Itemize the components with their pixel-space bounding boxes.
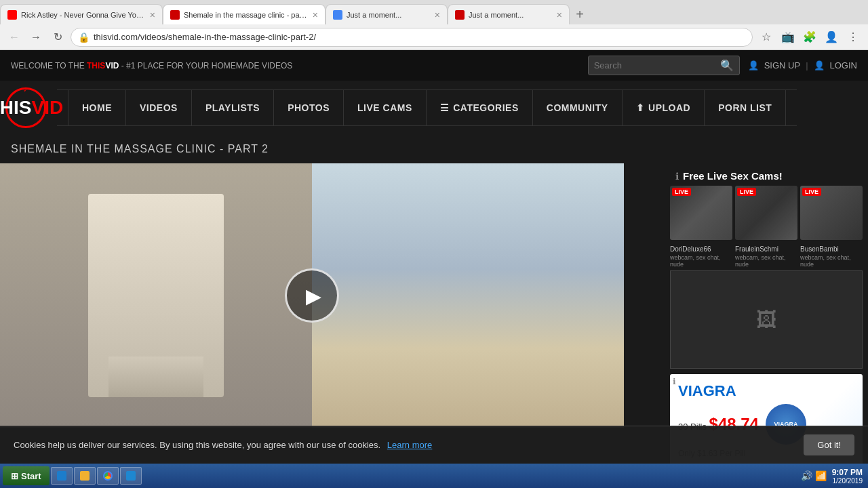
tab-rickastley[interactable]: Rick Astley - Never Gonna Give You... ×: [0, 4, 163, 24]
top-bar: WELCOME TO THE THISVID - #1 PLACE FOR YO…: [0, 50, 868, 81]
broken-image-icon: 🖼: [756, 308, 776, 331]
tab-close-2[interactable]: ×: [313, 9, 318, 20]
cookie-learn-more[interactable]: Learn more: [387, 440, 432, 450]
search-submit-button[interactable]: 🔍: [720, 59, 734, 72]
nav-videos[interactable]: VIDEOS: [126, 90, 192, 125]
start-button[interactable]: ⊞ Start: [3, 466, 50, 485]
live-preview-1[interactable]: LIVE: [670, 186, 732, 240]
search-input[interactable]: [594, 60, 716, 70]
edge-icon: [126, 471, 136, 481]
live-names-row: DoriDeluxe66 webcam, sex chat, nude Frau…: [670, 244, 863, 268]
clock-time: 9:07 PM: [832, 468, 863, 477]
browser-tab-bar: Rick Astley - Never Gonna Give You... × …: [0, 0, 868, 24]
extensions-button[interactable]: 🧩: [800, 28, 819, 47]
tab-loading-1[interactable]: Just a moment... ×: [326, 4, 448, 24]
taskbar-item-edge[interactable]: [120, 467, 142, 485]
forward-button[interactable]: →: [27, 28, 45, 46]
live-desc-1: webcam, sex chat, nude: [670, 254, 732, 268]
broken-ad-placeholder: 🖼: [670, 270, 863, 369]
tab-close-4[interactable]: ×: [557, 9, 562, 20]
refresh-button[interactable]: ↻: [49, 28, 66, 46]
bookmark-star-button[interactable]: ☆: [757, 28, 776, 47]
main-nav: HOME VIDEOS PLAYLISTS PHOTOS LIVE CAMS ☰…: [57, 89, 797, 126]
address-text: thisvid.com/videos/shemale-in-the-massag…: [94, 32, 745, 42]
nav-community[interactable]: COMMUNITY: [533, 90, 623, 125]
nav-upload[interactable]: ⬆ UPLOAD: [623, 90, 705, 125]
video-player[interactable]: ▶: [0, 163, 624, 428]
thumb-figure-body: [108, 357, 203, 397]
live-user-2: FrauleinSchmi webcam, sex chat, nude: [735, 244, 797, 268]
taskbar-left: ⊞ Start: [3, 466, 142, 485]
nav-categories[interactable]: ☰ CATEGORIES: [427, 90, 533, 125]
sign-up-link[interactable]: SIGN UP: [764, 60, 800, 70]
profile-button[interactable]: 👤: [822, 28, 841, 47]
live-name-2: FrauleinSchmi: [735, 244, 797, 254]
network-icon[interactable]: 📶: [815, 470, 827, 481]
ad-info-icon[interactable]: ℹ: [673, 377, 676, 386]
play-button[interactable]: ▶: [285, 268, 339, 323]
cast-button[interactable]: 📺: [778, 28, 797, 47]
live-badge-1: LIVE: [672, 188, 691, 196]
taskbar-right: 🔊 📶 9:07 PM 1/20/2019: [801, 468, 865, 485]
nav-pornlist[interactable]: PORN LIST: [705, 90, 786, 125]
logo-checkmark: ✓: [23, 86, 28, 94]
nav-photos[interactable]: PHOTOS: [274, 90, 344, 125]
ad-brand: VIAGRA: [678, 382, 854, 400]
play-icon: ▶: [306, 284, 321, 308]
tab-title-4: Just a moment...: [469, 11, 553, 19]
taskbar-item-folder[interactable]: [74, 467, 96, 485]
speaker-icon[interactable]: 🔊: [801, 470, 812, 481]
logo-this-text: THIS: [87, 61, 105, 70]
site-header: THIS VID ✓: [0, 81, 57, 135]
live-preview-2[interactable]: LIVE: [735, 186, 797, 240]
thumb-bg: [312, 163, 624, 428]
live-user-1: DoriDeluxe66 webcam, sex chat, nude: [670, 244, 732, 268]
system-clock: 9:07 PM 1/20/2019: [832, 468, 863, 485]
cookie-bar: Cookies help us deliver our services. By…: [0, 426, 868, 464]
nav-home[interactable]: HOME: [68, 90, 126, 125]
video-title: SHEMALE IN THE MASSAGE CLINIC - PART 2: [0, 135, 868, 163]
live-cams-header: ℹ Free Live Sex Cams!: [670, 163, 863, 186]
cookie-got-it-button[interactable]: Got it!: [804, 434, 854, 455]
welcome-message: WELCOME TO THE THISVID - #1 PLACE FOR YO…: [11, 61, 292, 70]
new-tab-button[interactable]: +: [570, 4, 590, 24]
logo-vid-text: VID: [105, 61, 119, 70]
tab-favicon-loading-1: [333, 10, 342, 20]
cookie-message: Cookies help us deliver our services. By…: [14, 440, 790, 450]
site-wrapper: WELCOME TO THE THISVID - #1 PLACE FOR YO…: [0, 50, 868, 488]
menu-button[interactable]: ⋮: [844, 28, 863, 47]
nav-playlists[interactable]: PLAYLISTS: [192, 90, 274, 125]
thumb-right: [312, 163, 624, 428]
live-badge-3: LIVE: [802, 188, 821, 196]
live-badge-2: LIVE: [737, 188, 756, 196]
tab-close-1[interactable]: ×: [150, 9, 155, 20]
back-button[interactable]: ←: [5, 28, 23, 46]
taskbar: ⊞ Start 🔊 📶 9:07 PM 1/20/2019: [0, 464, 868, 488]
ad-viagra-text: VIAGRA: [678, 382, 736, 399]
live-cams-title: Free Live Sex Cams!: [683, 170, 783, 182]
toolbar-icons: ☆ 📺 🧩 👤 ⋮: [757, 28, 863, 47]
search-bar[interactable]: 🔍: [588, 56, 740, 75]
top-right-area: 🔍 👤 SIGN UP | 👤 LOGIN: [588, 56, 857, 75]
login-link[interactable]: LOGIN: [830, 60, 857, 70]
tab-title-2: Shemale in the massage clinic - part...: [184, 11, 309, 19]
nav-livecams[interactable]: LIVE CAMS: [344, 90, 427, 125]
live-preview-3[interactable]: LIVE: [800, 186, 863, 240]
logo-circle: THIS VID ✓: [5, 87, 46, 128]
tab-title-1: Rick Astley - Never Gonna Give You...: [21, 11, 146, 19]
live-name-3: BusenBambi: [800, 244, 863, 254]
upload-icon: ⬆: [636, 102, 645, 113]
tab-close-3[interactable]: ×: [435, 9, 440, 20]
auth-links: 👤 SIGN UP | 👤 LOGIN: [748, 60, 857, 70]
tab-active-thisvid[interactable]: Shemale in the massage clinic - part... …: [163, 4, 326, 24]
address-bar[interactable]: 🔒 thisvid.com/videos/shemale-in-the-mass…: [71, 28, 753, 47]
info-icon[interactable]: ℹ: [675, 171, 679, 182]
ie-icon: [57, 471, 66, 481]
live-name-1: DoriDeluxe66: [670, 244, 732, 254]
site-logo[interactable]: THIS VID ✓: [11, 87, 46, 128]
tab-loading-2[interactable]: Just a moment... ×: [448, 4, 570, 24]
live-desc-2: webcam, sex chat, nude: [735, 254, 797, 268]
taskbar-item-ie[interactable]: [51, 467, 73, 485]
logo-vid: VID: [32, 97, 64, 119]
taskbar-item-chrome[interactable]: [97, 467, 119, 485]
